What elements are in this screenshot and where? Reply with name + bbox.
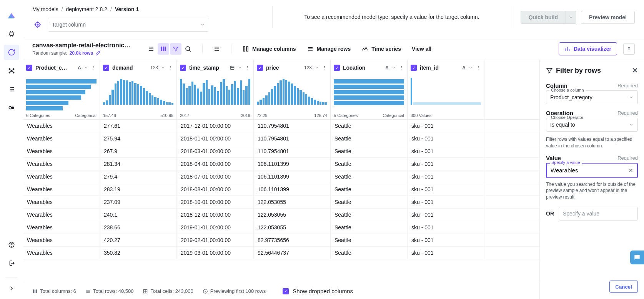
column-checkbox[interactable]: ✓	[180, 65, 186, 71]
show-dropped-toggle[interactable]: ✓ Show dropped columns	[283, 288, 353, 294]
svg-point-29	[324, 67, 325, 68]
table-row[interactable]: Wearables240.12018-12-01 00:00:00122.053…	[23, 209, 539, 221]
filter-icon[interactable]	[170, 43, 181, 55]
total-columns: Total columns: 6	[32, 288, 76, 294]
chat-icon[interactable]	[630, 251, 644, 264]
table-row[interactable]: Wearables281.342018-04-01 00:00:00106.11…	[23, 158, 539, 170]
table-row[interactable]: Wearables279.42018-07-01 00:00:00106.110…	[23, 170, 539, 183]
time-series-button[interactable]: Time series	[359, 44, 403, 54]
table-cell: Wearables	[23, 158, 100, 170]
column-type-icon: A	[462, 65, 466, 70]
more-icon[interactable]	[322, 65, 327, 70]
data-visualizer-button[interactable]: Data visualizer	[559, 42, 617, 55]
chevron-down-icon[interactable]	[84, 66, 88, 70]
table-cell: 106.1101399	[254, 170, 331, 183]
table-row[interactable]: Wearables275.942018-01-01 00:00:00110.79…	[23, 132, 539, 145]
cancel-button[interactable]: Cancel	[609, 281, 638, 293]
filter-operation-select[interactable]: Choose Operator Is equal to	[546, 118, 638, 132]
chevron-down-icon[interactable]	[392, 66, 396, 70]
column-checkbox[interactable]: ✓	[103, 65, 109, 71]
table-cell: 106.1101399	[254, 158, 331, 170]
table-cell: sku - 001	[408, 145, 484, 157]
column-histogram	[254, 75, 330, 112]
more-icon[interactable]	[476, 65, 481, 70]
column-header[interactable]: ✓ time_stamp	[177, 60, 253, 75]
svg-point-35	[478, 67, 479, 68]
steps-icon[interactable]	[211, 43, 223, 55]
logout-icon[interactable]	[4, 256, 19, 271]
filter-value-input[interactable]: Specify a value ✕	[546, 163, 638, 178]
column-header[interactable]: ✓ price 123	[254, 60, 330, 75]
table-cell: Seattle	[331, 183, 408, 195]
chip-icon[interactable]	[4, 26, 19, 42]
table-cell: Wearables	[23, 221, 100, 234]
expand-nav-icon[interactable]	[4, 281, 19, 296]
table-row[interactable]: Wearables283.192018-08-01 00:00:00106.11…	[23, 183, 539, 196]
column-header[interactable]: ✓ demand 123	[100, 60, 176, 75]
view-all-button[interactable]: View all	[409, 44, 434, 53]
table-cell: 106.1101399	[254, 183, 331, 195]
list-icon[interactable]	[4, 82, 19, 97]
table-row[interactable]: Wearables237.092018-10-01 00:00:00122.05…	[23, 196, 539, 209]
more-icon[interactable]	[399, 65, 404, 70]
chevron-down-icon[interactable]	[469, 66, 473, 70]
column-header[interactable]: ✓ Product_c… A	[23, 60, 100, 75]
breadcrumb-root[interactable]: My models	[32, 6, 58, 12]
manage-rows-button[interactable]: Manage rows	[305, 44, 353, 54]
table-row[interactable]: Wearables420.272019-02-01 00:00:0082.977…	[23, 234, 539, 247]
table-row[interactable]: Wearables350.822019-03-01 00:00:0092.564…	[23, 247, 539, 259]
filter-column-select[interactable]: Choose a column Product_category	[546, 90, 638, 104]
column-checkbox[interactable]: ✓	[334, 65, 340, 71]
toggle-icon[interactable]	[4, 100, 19, 115]
svg-point-22	[170, 67, 171, 68]
svg-point-19	[93, 67, 94, 68]
chevron-down-icon[interactable]	[238, 66, 242, 70]
table-cell: Wearables	[23, 145, 100, 157]
help-icon[interactable]	[4, 237, 19, 252]
clear-icon[interactable]: ✕	[629, 167, 633, 174]
table-cell: sku - 001	[408, 221, 484, 234]
operation-help: Filter rows with values equal to a speci…	[546, 136, 638, 149]
column-checkbox[interactable]: ✓	[411, 65, 417, 71]
expand-button[interactable]	[623, 43, 635, 55]
breadcrumb-deployment[interactable]: deployment 2.8.2	[66, 6, 107, 12]
search-icon[interactable]	[182, 43, 194, 55]
column-header[interactable]: ✓ Location A	[331, 60, 407, 75]
refresh-icon[interactable]	[4, 45, 19, 60]
quick-build-dropdown	[566, 11, 576, 24]
sample-label: Random sample:	[32, 50, 67, 56]
more-icon[interactable]	[245, 65, 250, 70]
more-icon[interactable]	[168, 65, 173, 70]
view-list-icon[interactable]	[145, 43, 157, 55]
table-cell: Seattle	[331, 170, 408, 183]
table-row[interactable]: Wearables277.612017-12-01 00:00:00110.79…	[23, 120, 539, 132]
graph-icon[interactable]	[4, 63, 19, 79]
close-icon[interactable]: ✕	[632, 66, 638, 75]
svg-point-25	[247, 66, 248, 67]
chevron-down-icon[interactable]	[161, 66, 165, 70]
or-value-input[interactable]: Specify a value	[559, 207, 638, 220]
chevron-down-icon[interactable]	[315, 66, 319, 70]
table-row[interactable]: Wearables267.92018-03-01 00:00:00110.795…	[23, 145, 539, 158]
preview-model-button[interactable]: Preview model	[581, 11, 635, 24]
table-cell: sku - 001	[408, 132, 484, 145]
table-row[interactable]: Wearables238.662019-01-01 00:00:00122.05…	[23, 221, 539, 234]
edit-icon[interactable]	[95, 50, 101, 56]
target-column-select[interactable]: Target column	[48, 18, 209, 32]
table-cell: 2018-08-01 00:00:00	[177, 183, 254, 195]
table-cell: sku - 001	[408, 196, 484, 208]
column-checkbox[interactable]: ✓	[26, 65, 32, 71]
target-icon	[32, 19, 43, 30]
sample-rows[interactable]: 20.0k rows	[70, 50, 93, 56]
column-histogram	[23, 75, 100, 112]
table-cell: Wearables	[23, 183, 100, 195]
svg-point-18	[93, 66, 94, 67]
view-grid-icon[interactable]	[158, 43, 169, 55]
more-icon[interactable]	[91, 65, 97, 70]
logo-icon[interactable]	[4, 8, 19, 23]
column-header[interactable]: ✓ item_id A	[408, 60, 484, 75]
svg-point-32	[401, 67, 402, 68]
svg-point-30	[324, 69, 325, 70]
column-checkbox[interactable]: ✓	[257, 65, 263, 71]
manage-columns-button[interactable]: Manage columns	[240, 44, 298, 54]
